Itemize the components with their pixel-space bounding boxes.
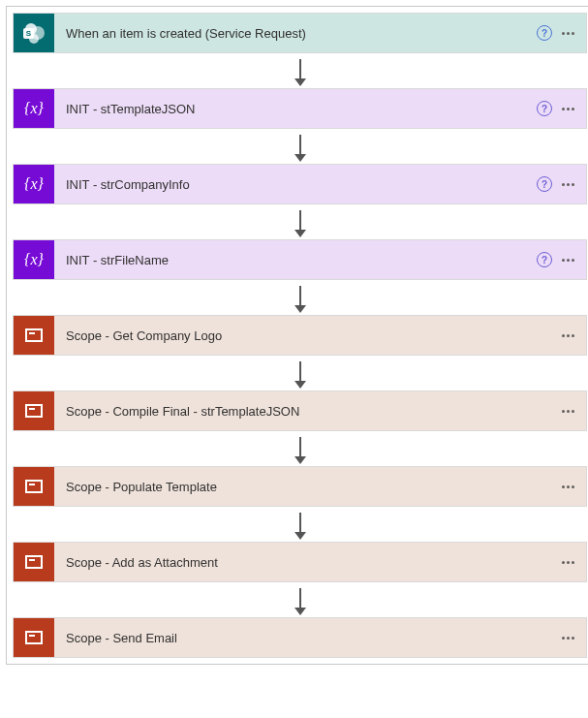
flow-arrow bbox=[299, 129, 301, 164]
scope-icon bbox=[14, 543, 54, 581]
action-label: Scope - Add as Attachment bbox=[54, 543, 562, 581]
variable-icon: {x} bbox=[14, 165, 54, 203]
action-label: INIT - strCompanyInfo bbox=[54, 165, 537, 203]
flow-arrow bbox=[299, 204, 301, 239]
more-menu-icon[interactable] bbox=[562, 104, 574, 114]
flow-arrow bbox=[299, 507, 301, 542]
more-menu-icon[interactable] bbox=[562, 557, 574, 568]
action-label: Scope - Get Company Logo bbox=[54, 316, 562, 355]
action-step-init-strcompanyinfo[interactable]: {x} INIT - strCompanyInfo ? bbox=[13, 164, 587, 204]
flow-arrow bbox=[299, 280, 301, 315]
flow-designer: S When an item is created (Service Reque… bbox=[6, 6, 588, 665]
scope-icon bbox=[14, 316, 54, 355]
more-menu-icon[interactable] bbox=[562, 330, 574, 341]
more-menu-icon[interactable] bbox=[562, 482, 574, 492]
action-label: Scope - Compile Final - strTemplateJSON bbox=[54, 391, 562, 430]
variable-icon: {x} bbox=[14, 89, 54, 128]
more-menu-icon[interactable] bbox=[562, 633, 574, 643]
action-step-scope-add-as-attachment[interactable]: Scope - Add as Attachment bbox=[13, 542, 587, 582]
flow-arrow bbox=[299, 431, 301, 466]
action-label: INIT - strFileName bbox=[54, 240, 537, 279]
flow-arrow bbox=[299, 582, 301, 617]
scope-icon bbox=[14, 391, 54, 430]
more-menu-icon[interactable] bbox=[562, 179, 574, 190]
action-label: INIT - stTemplateJSON bbox=[54, 89, 537, 128]
variable-icon: {x} bbox=[14, 240, 54, 279]
action-step-scope-get-company-logo[interactable]: Scope - Get Company Logo bbox=[13, 315, 587, 356]
help-icon[interactable]: ? bbox=[537, 101, 552, 116]
trigger-label: When an item is created (Service Request… bbox=[54, 14, 537, 52]
action-step-scope-populate-template[interactable]: Scope - Populate Template bbox=[13, 466, 587, 507]
action-step-scope-send-email[interactable]: Scope - Send Email bbox=[13, 617, 587, 658]
help-icon[interactable]: ? bbox=[537, 25, 552, 41]
help-icon[interactable]: ? bbox=[537, 252, 552, 267]
more-menu-icon[interactable] bbox=[562, 28, 574, 39]
sharepoint-icon: S bbox=[14, 14, 54, 52]
action-label: Scope - Populate Template bbox=[54, 467, 562, 506]
flow-arrow bbox=[299, 53, 301, 88]
action-step-init-strfilename[interactable]: {x} INIT - strFileName ? bbox=[13, 239, 587, 280]
action-step-scope-compile-final[interactable]: Scope - Compile Final - strTemplateJSON bbox=[13, 390, 587, 431]
flow-arrow bbox=[299, 356, 301, 390]
more-menu-icon[interactable] bbox=[562, 255, 574, 265]
more-menu-icon[interactable] bbox=[562, 406, 574, 417]
action-step-init-sttemplatejson[interactable]: {x} INIT - stTemplateJSON ? bbox=[13, 88, 587, 129]
action-label: Scope - Send Email bbox=[54, 618, 562, 657]
trigger-step[interactable]: S When an item is created (Service Reque… bbox=[13, 13, 587, 53]
help-icon[interactable]: ? bbox=[537, 176, 552, 192]
scope-icon bbox=[14, 467, 54, 506]
scope-icon bbox=[14, 618, 54, 657]
